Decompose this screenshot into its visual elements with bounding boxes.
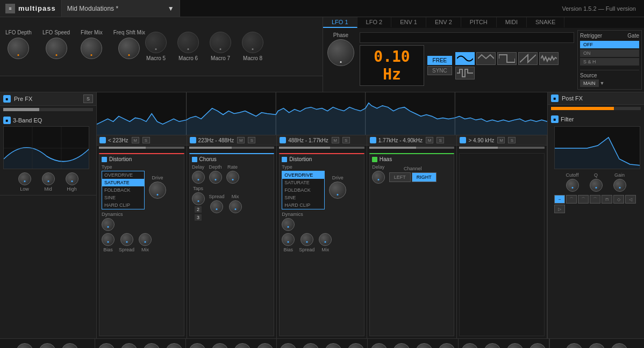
freq-shift-knob[interactable]: [118, 38, 140, 59]
band-2-m[interactable]: M: [237, 137, 245, 143]
tab-pitch[interactable]: PITCH: [461, 17, 497, 28]
b3-pan-knob[interactable]: [302, 343, 319, 349]
wave-square[interactable]: [497, 52, 517, 65]
band-5-m[interactable]: M: [497, 137, 505, 143]
type-sine-2[interactable]: SINE: [282, 194, 324, 201]
bias-knob-1[interactable]: [102, 233, 115, 246]
b1-mix-knob[interactable]: [143, 343, 160, 349]
dynamics-knob-1[interactable]: [102, 218, 115, 231]
drive-knob-2[interactable]: [329, 182, 346, 199]
tab-lfo1[interactable]: LFO 1: [323, 17, 357, 28]
b3-gain-knob[interactable]: [280, 343, 297, 349]
filter-type-4[interactable]: ⌒: [590, 195, 600, 204]
b1-post-knob[interactable]: [166, 343, 183, 349]
spread-knob-1[interactable]: [120, 233, 133, 246]
retrigger-on[interactable]: ON: [580, 49, 639, 57]
eq-mid-knob[interactable]: [42, 172, 55, 185]
lfo-speed-knob[interactable]: [46, 38, 67, 59]
macro6-knob[interactable]: [177, 32, 199, 53]
band-4-m[interactable]: M: [426, 137, 433, 143]
retrigger-sh[interactable]: S & H: [580, 58, 639, 66]
pre-mix-knob[interactable]: [61, 343, 78, 349]
pre-pan-knob[interactable]: [39, 343, 56, 349]
lfo-sync-button[interactable]: SYNC: [427, 66, 452, 75]
chorus-mix-knob[interactable]: [229, 200, 242, 213]
bias-knob-2[interactable]: [282, 233, 295, 246]
chorus-spread-knob[interactable]: [210, 200, 223, 213]
b4-pan-knob[interactable]: [393, 343, 410, 349]
band-3-m[interactable]: M: [332, 137, 339, 143]
b3-post-knob[interactable]: [347, 343, 364, 349]
b2-mix-knob[interactable]: [234, 343, 251, 349]
filter-type-8[interactable]: ▷: [554, 205, 565, 213]
type-foldback-2[interactable]: FOLDBACK: [282, 186, 324, 194]
lfo-depth-knob[interactable]: [8, 38, 29, 59]
type-hardclip-2[interactable]: HARD CLIP: [282, 201, 324, 209]
filter-type-3[interactable]: ⌒: [578, 195, 589, 204]
b4-mix-knob[interactable]: [416, 343, 433, 349]
retrigger-off[interactable]: OFF: [580, 41, 639, 48]
band-5-s[interactable]: S: [508, 137, 516, 143]
type-saturate[interactable]: SATURATE: [102, 179, 144, 186]
tab-snake[interactable]: SNAKE: [527, 17, 564, 28]
post-mix-knob[interactable]: [611, 343, 628, 349]
tab-env2[interactable]: ENV 2: [426, 17, 461, 28]
macro5-knob[interactable]: [145, 32, 167, 53]
chorus-delay-knob[interactable]: [192, 171, 205, 184]
b5-mix-knob[interactable]: [506, 343, 524, 349]
wave-sawtooth[interactable]: [518, 52, 538, 65]
cutoff-knob[interactable]: [566, 179, 579, 192]
filter-type-2[interactable]: ⌒: [566, 195, 577, 204]
mix-knob-1[interactable]: [139, 233, 152, 246]
post-gain-knob[interactable]: [566, 343, 583, 349]
phase-knob[interactable]: [327, 39, 354, 66]
source-arrow[interactable]: ▼: [600, 81, 605, 86]
gain-knob-post[interactable]: [613, 179, 626, 192]
b3-mix-knob[interactable]: [325, 343, 342, 349]
band-1-m[interactable]: M: [132, 137, 139, 143]
tab-lfo2[interactable]: LFO 2: [357, 17, 392, 28]
chorus-depth-knob[interactable]: [209, 171, 222, 184]
type-overdrive-2[interactable]: OVERDRIVE: [282, 171, 324, 179]
band-4-s[interactable]: S: [437, 137, 444, 143]
lfo-free-button[interactable]: FREE: [427, 56, 452, 65]
haas-delay-knob[interactable]: [372, 171, 385, 184]
b2-post-knob[interactable]: [256, 343, 274, 349]
type-foldback[interactable]: FOLDBACK: [102, 186, 144, 194]
band-1-s[interactable]: S: [142, 137, 150, 143]
wave-sine[interactable]: [455, 52, 475, 65]
type-overdrive[interactable]: OVERDRIVE: [102, 171, 144, 179]
preset-dropdown[interactable]: Mid Modulations * ▼: [62, 0, 180, 17]
band-2-s[interactable]: S: [248, 137, 255, 143]
eq-high-knob[interactable]: [66, 172, 78, 185]
tab-env1[interactable]: ENV 1: [391, 17, 426, 28]
wave-custom[interactable]: [455, 67, 475, 79]
tab-midi[interactable]: MIDI: [497, 17, 527, 28]
filter-type-7[interactable]: ◁: [625, 195, 636, 204]
filter-mix-knob[interactable]: [81, 38, 102, 59]
pre-gain-knob[interactable]: [16, 343, 33, 349]
filter-type-1[interactable]: ~: [554, 195, 565, 204]
q-knob[interactable]: [590, 179, 603, 192]
post-pan-knob[interactable]: [588, 343, 605, 349]
haas-right-btn[interactable]: RIGHT: [412, 172, 437, 182]
dynamics-knob-2[interactable]: [282, 218, 295, 231]
b1-pan-knob[interactable]: [120, 343, 138, 349]
drive-knob-1[interactable]: [149, 182, 166, 199]
spread-knob-2[interactable]: [300, 233, 313, 246]
wave-triangle[interactable]: [476, 52, 496, 65]
b1-gain-knob[interactable]: [98, 343, 115, 349]
b5-post-knob[interactable]: [529, 343, 546, 349]
b5-gain-knob[interactable]: [461, 343, 478, 349]
b2-gain-knob[interactable]: [189, 343, 206, 349]
type-saturate-2[interactable]: SATURATE: [282, 179, 324, 186]
eq-low-knob[interactable]: [18, 172, 31, 185]
macro8-knob[interactable]: [242, 32, 263, 53]
chorus-taps-knob[interactable]: [192, 192, 205, 205]
pre-fx-s-button[interactable]: S: [83, 95, 93, 103]
b4-post-knob[interactable]: [438, 343, 455, 349]
chorus-rate-knob[interactable]: [226, 171, 239, 184]
mix-knob-2[interactable]: [319, 233, 332, 246]
macro7-knob[interactable]: [210, 32, 231, 53]
type-hardclip[interactable]: HARD CLIP: [102, 201, 144, 209]
